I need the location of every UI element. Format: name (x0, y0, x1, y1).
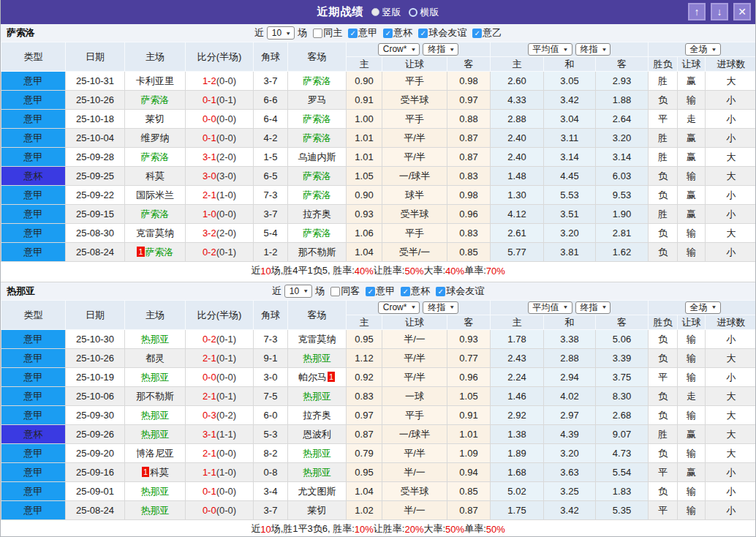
result-outcome: 胜 (649, 129, 678, 148)
league-filter-label: 意甲 (358, 26, 377, 40)
close-icon: ✕ (738, 6, 746, 18)
summary-segment: 单率: (464, 522, 486, 536)
avg-away: 2.64 (596, 110, 649, 129)
odds-home: 0.92 (347, 368, 382, 387)
odds-final-select[interactable]: 终指▼ (423, 43, 458, 56)
rank-badge: 1 (142, 467, 149, 477)
move-down-button[interactable]: ↓ (711, 3, 728, 20)
summary-segment: 近 (251, 522, 260, 536)
avg-away: 5.06 (596, 330, 649, 349)
avg-home: 2.92 (491, 406, 544, 425)
column-subheader: 让球 (382, 57, 447, 72)
odds-away: 0.87 (447, 501, 491, 520)
league-filter-checkbox-0[interactable]: ✓ (366, 287, 375, 296)
halftime-score: (0-1) (216, 334, 236, 345)
halftime-score: (2-0) (216, 228, 236, 239)
team-section-2: 热那亚近10▼场同客✓意甲✓意杯✓球会友谊类型日期主场比分(半场)角球客场Cro… (1, 282, 755, 537)
move-up-button[interactable]: ↑ (688, 3, 706, 20)
odds-away: 1.01 (447, 425, 491, 444)
scope-select[interactable]: 全场▼ (685, 301, 721, 314)
average-group-header: 平均值▼终指▼ (491, 42, 649, 57)
avg-away: 3.75 (596, 368, 649, 387)
match-score: 1-2(0-0) (186, 72, 254, 91)
average-final-select-value: 终指 (581, 301, 598, 314)
radio-unselected-icon (409, 8, 417, 17)
away-team: 克雷莫纳 (288, 330, 347, 349)
odds-source-select[interactable]: Crow*▼ (378, 301, 420, 314)
table-row: 意甲25-10-26都灵2-1(0-1)9-1热那亚1.12平/半0.772.4… (1, 349, 756, 368)
avg-home: 5.77 (491, 243, 544, 262)
table-row: 意甲25-10-04维罗纳0-1(0-0)4-2萨索洛1.01平/半0.872.… (1, 129, 756, 148)
team-label: 热那亚 (141, 410, 170, 421)
radio-vertical-layout[interactable]: 竖版 (371, 6, 401, 19)
average-final-select[interactable]: 终指▼ (575, 301, 611, 314)
average-final-select[interactable]: 终指▼ (575, 43, 611, 56)
halftime-score: (1-0) (216, 467, 236, 478)
radio-horizontal-layout[interactable]: 横版 (409, 6, 439, 19)
result-outcome: 平 (649, 463, 678, 482)
away-team: 乌迪内斯 (288, 148, 347, 167)
average-final-select-value: 终指 (581, 43, 598, 56)
games-count-select[interactable]: 10▼ (267, 26, 295, 40)
games-count-select[interactable]: 10▼ (284, 285, 312, 298)
fulltime-score: 0-0 (203, 505, 216, 516)
match-type-badge: 意甲 (1, 349, 66, 368)
league-filter-label: 意甲 (376, 285, 395, 298)
match-date: 25-10-19 (66, 368, 125, 387)
halftime-score: (0-0) (216, 113, 236, 124)
home-team: 卡利亚里 (125, 72, 186, 91)
result-outcome: 负 (649, 167, 678, 186)
match-date: 25-09-28 (66, 148, 125, 167)
match-score: 0-2(0-1) (186, 330, 254, 349)
halftime-score: (0-0) (216, 209, 236, 219)
avg-away: 3.14 (596, 148, 649, 167)
odds-away: 1.05 (447, 387, 491, 406)
result-goals: 大 (706, 444, 756, 463)
league-filter-checkbox-2[interactable]: ✓ (436, 287, 445, 296)
odds-handicap: 半/一 (382, 463, 447, 482)
result-goals: 大 (706, 167, 756, 186)
league-filter-checkbox-1[interactable]: ✓ (383, 29, 393, 38)
same-venue-checkbox[interactable] (313, 29, 322, 38)
match-type-badge: 意杯 (1, 425, 66, 444)
same-venue-checkbox[interactable] (330, 287, 340, 296)
match-type-badge: 意甲 (1, 368, 66, 387)
fulltime-score: 2-1 (203, 448, 216, 459)
result-goals: 大 (706, 349, 756, 368)
away-team: 恩波利 (288, 425, 347, 444)
summary-segment: 让胜率: (374, 264, 405, 277)
team-label: 萨索洛 (303, 170, 331, 181)
close-button[interactable]: ✕ (733, 3, 751, 20)
odds-home: 1.04 (347, 482, 382, 501)
odds-source-select-value: Crow* (383, 44, 407, 54)
odds-handicap: 平手 (382, 406, 447, 425)
league-filter-checkbox-0[interactable]: ✓ (348, 29, 358, 38)
summary-segment: 40% (445, 266, 464, 277)
table-row: 意甲25-08-24热那亚0-0(0-0)3-7莱切1.02半/一0.871.7… (1, 501, 756, 520)
odds-source-select[interactable]: Crow*▼ (378, 43, 420, 56)
odds-final-select[interactable]: 终指▼ (423, 301, 458, 314)
home-team: 科莫 (125, 167, 186, 186)
result-goals: 大 (706, 425, 756, 444)
result-goals: 小 (706, 110, 756, 129)
column-header: 日期 (66, 301, 125, 330)
fulltime-score: 1-1 (203, 467, 216, 478)
avg-home: 1.38 (491, 425, 544, 444)
column-subheader: 和 (544, 315, 596, 330)
league-filter-checkbox-2[interactable]: ✓ (418, 29, 428, 38)
scope-select[interactable]: 全场▼ (685, 43, 721, 56)
average-source-select[interactable]: 平均值▼ (528, 301, 572, 314)
halftime-score: (2-0) (216, 151, 236, 162)
summary-segment: 场,胜4平1负5, 胜率: (271, 264, 355, 277)
column-subheader: 客 (447, 57, 491, 72)
odds-group-header: Crow*▼终指▼ (347, 301, 491, 315)
chevron-down-icon: ▼ (410, 305, 416, 310)
fulltime-score: 2-1 (203, 189, 216, 200)
league-filter-checkbox-3[interactable]: ✓ (472, 29, 482, 38)
team-section-1: 萨索洛近10▼场同主✓意甲✓意杯✓球会友谊✓意乙类型日期主场比分(半场)角球客场… (1, 24, 755, 279)
match-score: 0-0(0-0) (186, 368, 254, 387)
average-source-select[interactable]: 平均值▼ (528, 43, 572, 56)
league-filter-checkbox-1[interactable]: ✓ (401, 287, 410, 296)
odds-handicap: 半/一 (382, 330, 447, 349)
table-row: 意甲25-09-30热那亚0-3(0-2)6-0拉齐奥0.97平手0.912.9… (1, 406, 756, 425)
